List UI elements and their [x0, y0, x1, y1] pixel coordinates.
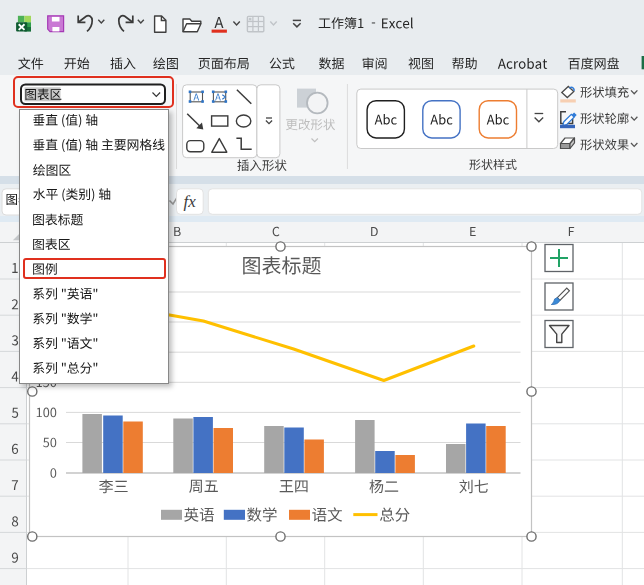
svg-text:fx: fx	[184, 192, 197, 211]
